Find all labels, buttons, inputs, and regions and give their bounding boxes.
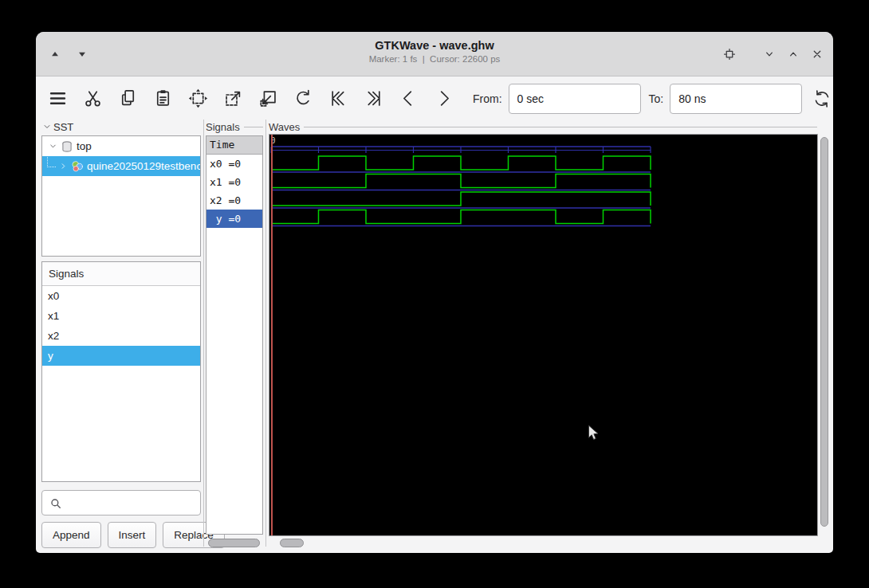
waveform-svg: 0 (269, 135, 817, 535)
toolbar: From: To: (36, 77, 833, 120)
chevron-down-icon (41, 121, 53, 132)
signal-value-row[interactable]: x2 =0 (206, 191, 262, 210)
signal-browser-header: Signals (42, 262, 200, 286)
undo-button[interactable] (289, 85, 317, 112)
window-close-button[interactable] (808, 45, 827, 64)
go-last-button[interactable] (360, 85, 387, 112)
tree-item-label: top (77, 140, 92, 152)
signal-list-item-x2[interactable]: x2 (42, 326, 200, 346)
left-splitter[interactable] (203, 120, 204, 547)
signal-values-panel: Time x0 =0x1 =0x2 =0 y =0 (206, 135, 263, 535)
chevron-down-icon (41, 121, 53, 132)
shade-down-icon (74, 46, 90, 62)
shade-down-button[interactable] (73, 45, 92, 64)
window-close-icon (809, 46, 825, 62)
window-subtitle: Marker: 1 fs | Cursor: 22600 ps (155, 54, 714, 64)
scrollbar-thumb[interactable] (208, 539, 260, 547)
reload-button[interactable] (808, 85, 833, 112)
zoom-in-icon (222, 88, 244, 109)
copy-icon (117, 88, 139, 109)
zoom-in-button[interactable] (219, 85, 246, 112)
go-last-icon (363, 88, 384, 109)
shade-up-icon (47, 46, 63, 62)
wave-y (271, 210, 651, 224)
chevron-down-icon (48, 141, 58, 151)
from-label: From: (473, 92, 502, 105)
gtkwave-window: GTKWave - wave.ghw Marker: 1 fs | Cursor… (36, 32, 833, 553)
restore-icon (722, 46, 737, 62)
tree-item-label: quine20250129testbenc (87, 160, 200, 172)
wave-canvas[interactable]: 0 (269, 134, 818, 536)
zoom-fit-icon (187, 88, 209, 109)
titlebar[interactable]: GTKWave - wave.ghw Marker: 1 fs | Cursor… (36, 32, 833, 76)
tree-guide (47, 157, 56, 167)
signal-value-row[interactable]: x1 =0 (206, 173, 262, 191)
mid-splitter[interactable] (265, 120, 266, 547)
restore-button[interactable] (720, 45, 739, 64)
reload-icon (812, 88, 832, 109)
component-icon (70, 159, 85, 174)
go-next-icon (433, 88, 454, 109)
module-icon (60, 139, 74, 154)
sst-tree-panel[interactable]: topquine20250129testbenc (41, 135, 201, 257)
sst-label: SST (53, 121, 73, 133)
append-button[interactable]: Append (41, 522, 101, 548)
zoom-out-button[interactable] (254, 85, 281, 112)
go-previous-button[interactable] (395, 85, 422, 112)
go-next-button[interactable] (430, 85, 457, 112)
signal-list-item-x0[interactable]: x0 (42, 286, 200, 306)
zoom-out-icon (258, 88, 279, 109)
signal-search-input[interactable] (66, 492, 197, 514)
waves-hscrollbar[interactable] (273, 539, 829, 547)
cut-button[interactable] (79, 85, 106, 112)
signal-list-item-y[interactable]: y (42, 346, 200, 366)
window-minimize-button[interactable] (760, 45, 779, 64)
paste-button[interactable] (149, 85, 176, 112)
go-first-button[interactable] (324, 85, 352, 112)
expander[interactable] (57, 160, 69, 173)
signal-values-hscrollbar[interactable] (206, 539, 263, 547)
signal-browser-panel: Signals x0x1x2y (41, 261, 201, 482)
wave-x2 (271, 192, 651, 206)
titlebar-text: GTKWave - wave.ghw Marker: 1 fs | Cursor… (155, 39, 714, 64)
signal-search-box[interactable] (41, 490, 201, 515)
signal-list-item-x1[interactable]: x1 (42, 306, 200, 326)
go-previous-icon (398, 88, 419, 109)
menu-button[interactable] (44, 85, 71, 112)
wave-x1 (271, 174, 651, 188)
to-input[interactable] (670, 84, 802, 114)
insert-button[interactable]: Insert (108, 522, 157, 548)
window-maximize-icon (785, 46, 801, 62)
time-header: Time (206, 136, 262, 155)
expander[interactable] (46, 140, 59, 153)
zoom-fit-button[interactable] (184, 85, 211, 112)
titlebar-right-buttons (720, 45, 827, 64)
copy-button[interactable] (114, 85, 141, 112)
signal-action-buttons: AppendInsertReplace (41, 522, 225, 548)
signals-frame-label: Signals (206, 120, 263, 134)
scrollbar-thumb[interactable] (280, 539, 304, 547)
signal-value-row[interactable]: y =0 (206, 210, 262, 228)
sst-expander[interactable]: SST (41, 120, 201, 134)
wave-x0 (271, 156, 651, 170)
search-icon (49, 496, 63, 511)
tree-item-quine20250129testbenc[interactable]: quine20250129testbenc (42, 156, 200, 176)
toolbar-buttons (44, 85, 465, 112)
chevron-right-icon (58, 161, 69, 171)
menu-icon (47, 88, 69, 109)
titlebar-left-buttons (45, 45, 92, 64)
undo-icon (293, 88, 314, 109)
signal-value-row[interactable]: x0 =0 (206, 155, 262, 173)
waves-vscrollbar[interactable] (820, 134, 829, 536)
waves-frame-label: Waves (269, 120, 817, 134)
shade-up-button[interactable] (45, 45, 65, 64)
window-maximize-button[interactable] (784, 45, 803, 64)
go-first-icon (328, 88, 349, 109)
window-title: GTKWave - wave.ghw (155, 39, 714, 52)
paste-icon (152, 88, 174, 109)
to-label: To: (649, 92, 664, 105)
scrollbar-thumb[interactable] (820, 137, 828, 527)
tree-item-top[interactable]: top (42, 136, 200, 156)
from-input[interactable] (509, 84, 641, 114)
cut-icon (82, 88, 104, 109)
